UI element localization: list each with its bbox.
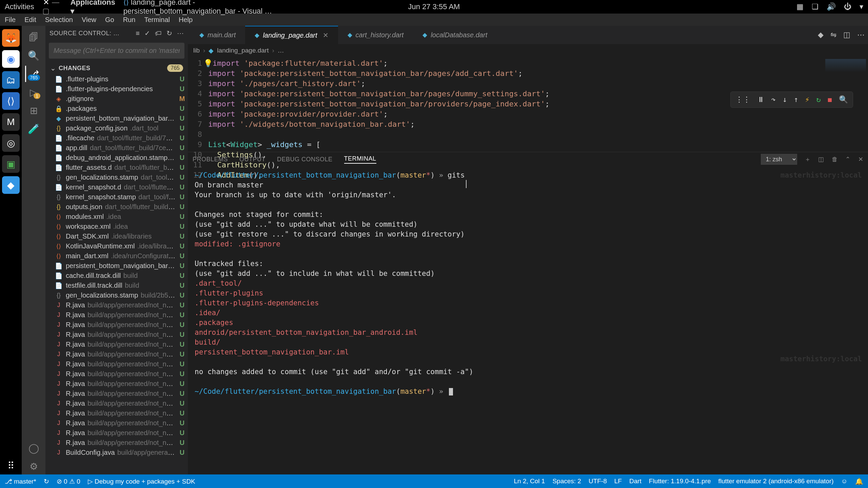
applications-menu[interactable]: Applications ▾ [71, 0, 115, 16]
debug-stepover-icon[interactable]: ↷ [771, 95, 776, 105]
dock-chrome[interactable]: ◉ [2, 50, 20, 68]
change-row[interactable]: JR.java build/app/generated/not_name…U [45, 320, 188, 330]
close-icon[interactable]: ✕ [323, 31, 329, 39]
panel-close-icon[interactable]: ✕ [858, 156, 864, 163]
debug-stepout-icon[interactable]: ↑ [794, 95, 798, 105]
panel-tab-terminal[interactable]: TERMINAL [344, 155, 376, 164]
change-row[interactable]: 📄kernel_snapshot.d dart_tool/flutter_…U [45, 182, 188, 192]
menu-run[interactable]: Run [123, 16, 136, 24]
dock-show-apps[interactable]: ⠿ [2, 457, 20, 474]
activity-account[interactable]: ◯ [25, 440, 42, 456]
change-row[interactable]: ◈.gitignoreM [45, 94, 188, 104]
change-row[interactable]: {}outputs.json dart_tool/flutter_build/7… [45, 202, 188, 212]
debug-toolbar[interactable]: ⋮⋮ ⏸ ↷ ↓ ↑ ⚡ ↻ ◼ 🔍 [730, 92, 853, 108]
dock-vscode[interactable]: ⟨⟩ [2, 92, 20, 110]
change-row[interactable]: {}gen_localizations.stamp dart_tool/fl…U [45, 172, 188, 182]
status-item[interactable]: UTF-8 [589, 477, 607, 485]
dock-app2[interactable]: ▣ [2, 155, 20, 173]
activity-test[interactable]: 🧪 [25, 121, 42, 137]
scm-refresh-icon[interactable]: 🏷 [155, 29, 162, 37]
change-row[interactable]: ◆persistent_bottom_navigation_bar.i…U [45, 114, 188, 123]
activity-search[interactable]: 🔍 [25, 47, 42, 64]
menu-selection[interactable]: Selection [45, 16, 73, 24]
change-row[interactable]: JR.java build/app/generated/not_name…U [45, 369, 188, 379]
clock[interactable]: Jun 27 3:55 AM [408, 2, 460, 11]
activities[interactable]: Activities [5, 2, 34, 11]
changes-list[interactable]: 📄.flutter-pluginsU📄.flutter-plugins-depe… [45, 74, 188, 474]
change-row[interactable]: ⟨⟩main_dart.xml .idea/runConfigurationsU [45, 251, 188, 261]
change-row[interactable]: ⟨⟩KotlinJavaRuntime.xml .idea/librariesU [45, 241, 188, 251]
change-row[interactable]: 📄.flutter-pluginsU [45, 74, 188, 84]
tab-main.dart[interactable]: ◆main.dart [190, 26, 245, 44]
panel-tab-output[interactable]: OUTPUT [239, 156, 265, 163]
status-item[interactable]: Flutter: 1.19.0-4.1.pre [649, 477, 711, 485]
menu-view[interactable]: View [82, 16, 96, 24]
scm-reload-icon[interactable]: ↻ [166, 29, 172, 37]
debug-drag-icon[interactable]: ⋮⋮ [735, 95, 750, 105]
activity-run[interactable]: ▷1 [25, 84, 42, 100]
change-row[interactable]: 📄debug_android_application.stamp …U [45, 153, 188, 163]
tray-icon[interactable]: 🔊 [827, 2, 836, 11]
terminal-new-icon[interactable]: ＋ [805, 155, 811, 163]
status-item[interactable]: ☺ [841, 477, 848, 485]
dock-app[interactable]: M [2, 113, 20, 131]
dock-app3[interactable]: ◆ [2, 176, 20, 194]
status-item[interactable]: flutter emulator 2 (android-x86 emulator… [718, 477, 834, 485]
terminal[interactable]: ~/Code/flutter/persistent_bottom_navigat… [188, 166, 868, 474]
debug-inspector-icon[interactable]: 🔍 [839, 95, 848, 105]
scm-view-icon[interactable]: ≡ [136, 29, 140, 37]
change-row[interactable]: JR.java build/app/generated/not_name…U [45, 330, 188, 340]
menu-edit[interactable]: Edit [24, 16, 36, 24]
change-row[interactable]: JBuildConfig.java build/app/generated…U [45, 448, 188, 458]
tray-icon[interactable]: ▾ [860, 2, 863, 11]
chevron-down-icon[interactable]: ⌄ [50, 64, 56, 72]
change-row[interactable]: JR.java build/app/generated/not_name…U [45, 379, 188, 389]
debug-stop-icon[interactable]: ◼ [828, 95, 832, 105]
change-row[interactable]: JR.java build/app/generated/not_name…U [45, 399, 188, 408]
editor-tabs[interactable]: ◆main.dart◆landing_page.dart✕◆cart_histo… [188, 26, 868, 44]
change-row[interactable]: JR.java build/app/generated/not_name…U [45, 408, 188, 418]
tray-icon[interactable]: ⏻ [844, 2, 851, 11]
menu-go[interactable]: Go [105, 16, 114, 24]
breadcrumb[interactable]: lib› ◆landing_page.dart› … [188, 44, 868, 57]
change-row[interactable]: JR.java build/app/generated/not_name…U [45, 340, 188, 349]
tab-action-split-icon[interactable]: ◫ [843, 30, 850, 39]
status-item[interactable]: ⎇ master* [5, 477, 36, 485]
change-row[interactable]: JR.java build/app/generated/not_name…U [45, 349, 188, 359]
tab-action-more-icon[interactable]: ⋯ [857, 30, 865, 39]
status-item[interactable]: Dart [629, 477, 642, 485]
panel-tab-problems[interactable]: PROBLEMS [193, 156, 228, 163]
panel-tab-debug[interactable]: DEBUG CONSOLE [277, 156, 333, 163]
change-row[interactable]: JR.java build/app/generated/not_name…U [45, 418, 188, 428]
change-row[interactable]: {}gen_localizations.stamp build/2b527e…U [45, 290, 188, 300]
change-row[interactable]: 📄.filecache dart_tool/flutter_build/7cec… [45, 133, 188, 143]
tray-icon[interactable]: ❏ [812, 2, 818, 11]
menu-help[interactable]: Help [179, 16, 193, 24]
debug-pause-icon[interactable]: ⏸ [757, 95, 765, 105]
status-item[interactable]: ↻ [44, 477, 49, 485]
activity-settings[interactable]: ⚙ [25, 458, 42, 474]
status-item[interactable]: 🔔 [855, 477, 863, 485]
panel-maximize-icon[interactable]: ⌃ [845, 156, 851, 163]
code-editor[interactable]: 123456789101112 💡import 'package:flutter… [188, 57, 868, 152]
menu-file[interactable]: File [5, 16, 16, 24]
change-row[interactable]: {}kernel_snapshot.stamp dart_tool/flutt…… [45, 192, 188, 202]
change-row[interactable]: 📄persistent_bottom_navigation_bar_…U [45, 261, 188, 271]
dock-files[interactable]: 🗂 [2, 71, 20, 89]
commit-message-input[interactable] [49, 43, 184, 59]
tray-icon[interactable]: ▦ [796, 2, 804, 11]
change-row[interactable]: JR.java build/app/generated/not_name…U [45, 359, 188, 369]
status-bar[interactable]: ⎇ master*↻⊘ 0 ⚠ 0▷ Debug my code + packa… [0, 474, 868, 488]
status-item[interactable]: ⊘ 0 ⚠ 0 [57, 477, 80, 485]
window-controls[interactable]: ✕ — ▢ [42, 0, 62, 16]
activity-scm[interactable]: ⎇765 [25, 66, 41, 82]
tab-cart_history.dart[interactable]: ◆cart_history.dart [338, 26, 413, 44]
scm-commit-icon[interactable]: ✓ [144, 29, 150, 37]
change-row[interactable]: ⟨⟩modules.xml .ideaU [45, 212, 188, 222]
status-item[interactable]: LF [614, 477, 622, 485]
change-row[interactable]: JR.java build/app/generated/not_name…U [45, 428, 188, 438]
dock-firefox[interactable]: 🦊 [2, 29, 20, 47]
commit-message-box[interactable] [49, 43, 184, 59]
tab-action-compare-icon[interactable]: ⇋ [830, 30, 836, 39]
activity-explorer[interactable]: 🗐 [25, 29, 42, 45]
